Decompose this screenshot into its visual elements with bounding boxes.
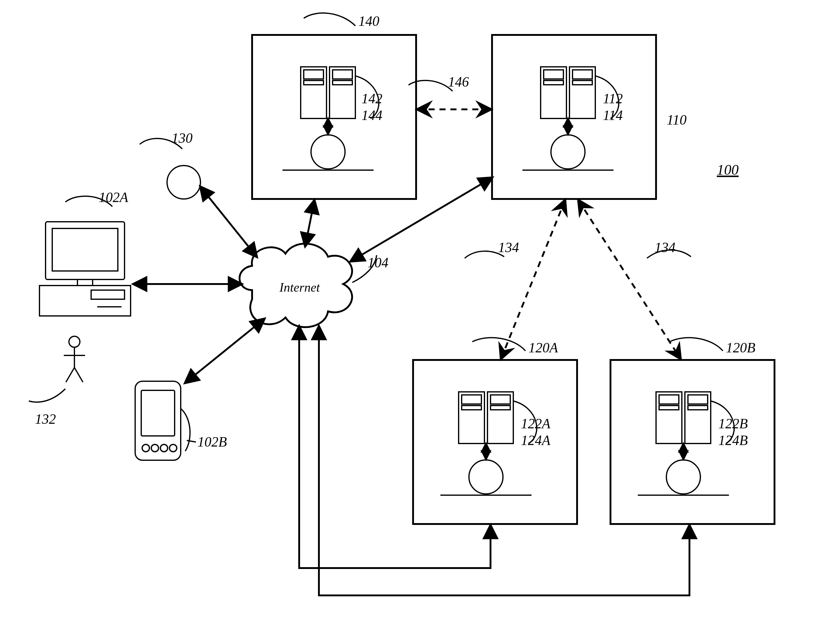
label-102a: 102A xyxy=(99,189,129,205)
label-102b: 102B xyxy=(197,434,227,450)
device-desktop xyxy=(40,222,131,316)
module-120a: 122A 124A xyxy=(413,360,577,524)
link-134-left xyxy=(501,200,565,358)
svg-line-30 xyxy=(187,441,196,442)
figure-number: 100 xyxy=(717,161,739,178)
label-144: 144 xyxy=(361,108,383,123)
label-110: 110 xyxy=(667,112,687,128)
label-120b: 120B xyxy=(726,340,755,355)
label-120a: 120A xyxy=(529,340,558,355)
link-cloud-140 xyxy=(305,200,314,246)
label-134r: 134 xyxy=(655,240,675,255)
device-pda xyxy=(135,381,190,460)
cloud-label: Internet xyxy=(279,280,320,294)
link-cloud-pda xyxy=(185,319,264,383)
label-114: 114 xyxy=(603,108,623,123)
label-130: 130 xyxy=(172,130,192,146)
module-120b: 122B 124B xyxy=(610,360,775,524)
user-icon xyxy=(64,336,85,382)
label-124a: 124A xyxy=(521,433,550,448)
node-130 xyxy=(167,166,200,199)
label-112: 112 xyxy=(603,91,623,106)
link-134-right xyxy=(579,200,680,358)
label-134l: 134 xyxy=(498,240,519,255)
link-cloud-130 xyxy=(200,187,257,257)
module-110: 112 114 xyxy=(492,35,656,199)
label-140: 140 xyxy=(358,13,379,29)
label-132: 132 xyxy=(35,411,56,427)
module-140: 142 144 xyxy=(252,35,416,199)
diagram-canvas: 142 144 140 112 114 110 122A 124A 120A 1… xyxy=(0,0,824,644)
label-122a: 122A xyxy=(521,416,550,431)
label-122b: 122B xyxy=(718,416,748,431)
label-142: 142 xyxy=(361,91,383,106)
label-146: 146 xyxy=(448,74,469,90)
label-104: 104 xyxy=(367,255,389,271)
label-124b: 124B xyxy=(718,433,748,448)
